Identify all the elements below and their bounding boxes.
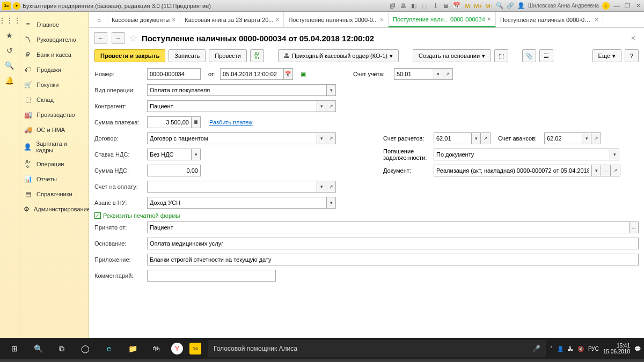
settl-acc-input[interactable] — [434, 132, 471, 144]
dropdown-button[interactable]: ▾ — [326, 197, 336, 209]
sidebar-item-salary[interactable]: 👤Зарплата и кадры — [19, 137, 89, 157]
close-icon[interactable]: ✕ — [634, 2, 642, 10]
dropdown-button[interactable]: ▾ — [317, 181, 326, 193]
dropdown-button[interactable]: ▾ — [317, 132, 326, 144]
op-type-input[interactable] — [147, 84, 326, 96]
dtkt-button[interactable]: ДтКт — [250, 49, 264, 62]
lang-indicator[interactable]: РУС — [588, 346, 599, 352]
tab-receipt-active[interactable]: Поступление нали... 0000-000034× — [389, 12, 496, 27]
post-and-close-button[interactable]: Провести и закрыть — [94, 49, 165, 62]
apps-icon[interactable]: ⋮⋮⋮ — [4, 15, 15, 26]
more-button[interactable]: … — [629, 221, 639, 233]
tab-cash-documents[interactable]: Кассовые документы× — [107, 12, 180, 27]
open-button[interactable]: ↗ — [326, 132, 336, 144]
received-input[interactable] — [147, 221, 629, 233]
task-view-icon[interactable]: ⧉ — [50, 340, 73, 357]
counterparty-input[interactable] — [147, 100, 317, 112]
dropdown-button[interactable]: ▾ — [582, 132, 591, 144]
star-icon[interactable]: ★ — [4, 30, 15, 41]
toolbar-icon[interactable]: ⤓ — [431, 2, 439, 10]
print-form-section-toggle[interactable]: ✓ Реквизиты печатной формы — [94, 212, 639, 219]
open-button[interactable]: ↗ — [611, 165, 620, 176]
people-icon[interactable]: 👤 — [557, 346, 564, 352]
print-button[interactable]: 🖶Приходный кассовый ордер (КО-1)▾ — [278, 49, 399, 62]
sidebar-item-reports[interactable]: 📊Отчеты — [19, 172, 89, 187]
close-icon[interactable]: × — [380, 16, 384, 24]
split-payment-link[interactable]: Разбить платеж — [209, 119, 253, 125]
print-icon[interactable]: 🖶 — [399, 2, 407, 10]
close-icon[interactable]: × — [275, 16, 279, 24]
doc-input[interactable] — [434, 165, 591, 176]
minimize-icon[interactable]: — — [613, 2, 620, 10]
sidebar-item-sales[interactable]: 🏷Продажи — [19, 62, 89, 77]
explorer-icon[interactable]: 📁 — [121, 340, 144, 357]
sidebar-item-admin[interactable]: ⚙Администрирование — [19, 202, 89, 217]
debt-input[interactable] — [434, 149, 610, 160]
close-icon[interactable]: × — [487, 16, 491, 23]
structure-button[interactable]: ⬚ — [494, 49, 508, 62]
info-icon[interactable]: i — [602, 2, 610, 10]
search-icon[interactable]: 🔍 — [27, 340, 49, 357]
store-icon[interactable]: 🛍 — [145, 340, 167, 357]
open-button[interactable]: ↗ — [326, 100, 336, 112]
dropdown-button[interactable]: ▾ — [434, 68, 443, 80]
cortana-icon[interactable]: ◯ — [74, 340, 97, 357]
1c-icon[interactable]: 1c — [189, 343, 201, 354]
sidebar-item-manager[interactable]: 〽Руководителю — [19, 32, 89, 47]
invoice-input[interactable] — [147, 181, 317, 193]
adv-acc-input[interactable] — [544, 132, 582, 144]
help-button[interactable]: ? — [625, 49, 639, 62]
app-menu-dropdown[interactable]: ▼ — [13, 2, 20, 10]
tab-receipt-3[interactable]: Поступление наличных 0000-00...× — [496, 12, 603, 27]
edge-icon[interactable]: e — [98, 340, 120, 357]
document-close-icon[interactable]: × — [631, 34, 639, 42]
toolbar-icon[interactable]: ⬚ — [421, 2, 428, 10]
close-icon[interactable]: × — [595, 16, 598, 24]
alice-bar[interactable]: Голосовой помощник Алиса 🎤 — [208, 340, 546, 357]
close-icon[interactable]: × — [172, 16, 175, 24]
clock[interactable]: 15:41 15.06.2018 — [603, 343, 630, 354]
vat-rate-input[interactable] — [147, 149, 191, 160]
search-icon[interactable]: 🔍 — [4, 60, 15, 71]
network-icon[interactable]: 🖧 — [568, 346, 573, 352]
sidebar-item-purchases[interactable]: 🛒Покупки — [19, 77, 89, 92]
dropdown-button[interactable]: ▾ — [591, 165, 601, 176]
sidebar-item-production[interactable]: 🏭Производство — [19, 107, 89, 122]
home-tab-icon[interactable]: ⌂ — [91, 12, 107, 27]
save-button[interactable]: Записать — [169, 49, 206, 62]
notifications-icon[interactable]: 💬 — [634, 346, 641, 352]
m-minus-icon[interactable]: M- — [485, 2, 493, 10]
number-input[interactable] — [147, 68, 201, 80]
mic-icon[interactable]: 🎤 — [532, 345, 540, 352]
m-icon[interactable]: M — [464, 2, 471, 10]
list-button[interactable]: ☰ — [539, 49, 553, 62]
toolbar-icon[interactable]: ◧ — [410, 2, 418, 10]
attach-button[interactable]: 📎 — [522, 49, 536, 62]
open-button[interactable]: ↗ — [443, 68, 453, 80]
open-button[interactable]: ↗ — [591, 132, 601, 144]
dropdown-button[interactable]: ▾ — [471, 132, 481, 144]
favorite-star-icon[interactable]: ☆ — [129, 32, 137, 44]
bell-icon[interactable]: 🔔 — [4, 75, 15, 86]
sidebar-item-refs[interactable]: ▤Справочники — [19, 187, 89, 202]
start-button[interactable]: ⊞ — [3, 340, 26, 357]
volume-icon[interactable]: 🔇 — [577, 346, 584, 352]
tab-cash-book[interactable]: Кассовая книга за 23 марта 20...× — [180, 12, 284, 27]
calendar-button[interactable]: 📅 — [283, 68, 293, 80]
create-based-button[interactable]: Создать на основании▾ — [413, 49, 491, 62]
sidebar-item-operations[interactable]: ДтКтОперации — [19, 157, 89, 172]
post-button[interactable]: Провести — [209, 49, 247, 62]
dropdown-button[interactable]: ▾ — [191, 149, 201, 160]
account-input[interactable] — [394, 68, 434, 80]
tab-receipt-1[interactable]: Поступление наличных 0000-0...× — [284, 12, 389, 27]
calendar-icon[interactable]: 📅 — [453, 2, 460, 10]
sidebar-item-main[interactable]: ≡Главное — [19, 17, 89, 32]
vat-sum-input[interactable] — [147, 165, 201, 176]
basis-input[interactable] — [147, 238, 639, 249]
maximize-icon[interactable]: ❐ — [624, 2, 631, 10]
open-button[interactable]: ↗ — [326, 181, 336, 193]
calculator-icon[interactable]: 🖩 — [442, 2, 450, 10]
attachment-input[interactable] — [147, 254, 639, 265]
search-icon[interactable]: 🔍 — [496, 2, 503, 10]
more-button[interactable]: Еще▾ — [592, 49, 621, 62]
